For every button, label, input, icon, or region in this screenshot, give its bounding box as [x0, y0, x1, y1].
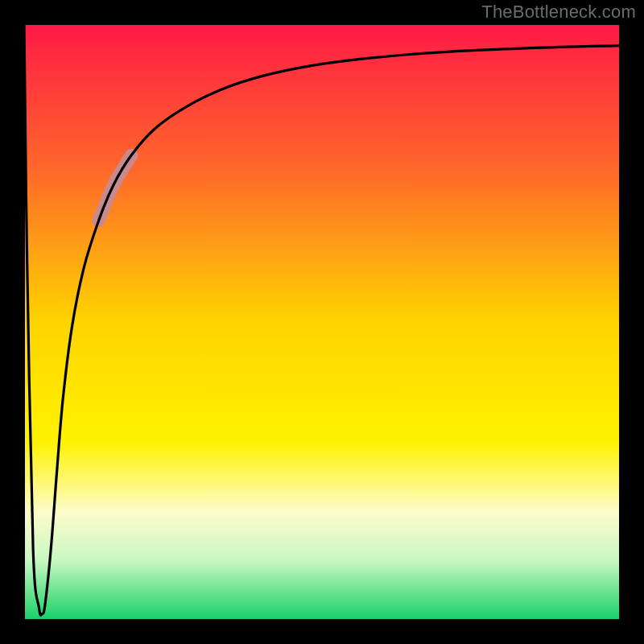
bottleneck-chart	[0, 0, 644, 644]
attribution-label: TheBottleneck.com	[481, 2, 636, 23]
chart-plot-area	[24, 24, 620, 620]
